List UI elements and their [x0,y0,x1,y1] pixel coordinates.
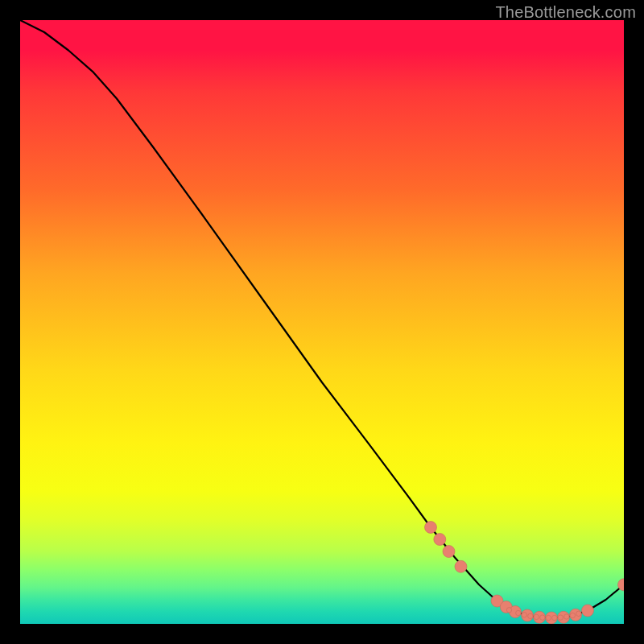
data-marker [443,546,455,558]
data-marker [582,605,594,617]
data-marker [546,615,551,620]
chart-frame: TheBottleneck.com [0,0,644,644]
data-marker [522,613,526,617]
data-marker [425,522,437,534]
data-marker [552,615,557,620]
curve-layer [20,20,624,624]
data-marker [506,608,511,613]
bottleneck-curve [20,20,624,618]
data-markers-large [425,522,625,625]
data-marker [434,534,446,546]
data-marker [570,613,575,617]
data-marker [540,615,545,620]
data-marker [516,610,521,615]
data-marker [455,560,467,572]
watermark-text: TheBottleneck.com [495,3,636,22]
data-marker [558,615,563,620]
data-marker [576,611,581,616]
data-marker [564,614,569,619]
data-marker [534,614,539,619]
data-marker [528,613,533,618]
plot-area [20,20,624,624]
